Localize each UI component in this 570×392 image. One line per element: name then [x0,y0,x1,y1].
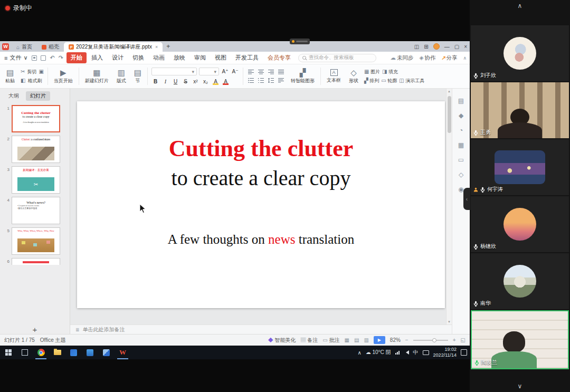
normal-view-icon[interactable]: ▦ [344,337,349,343]
tab-view[interactable]: 视图 [211,52,231,63]
shape-pane-icon[interactable]: ◇ [459,171,463,178]
participant-tile[interactable]: 王勇 [471,82,569,138]
slide-thumbnail-2[interactable]: 2 Clutter: a confused mass [0,134,70,165]
participants-scroll-up[interactable]: ∧ [470,0,570,12]
grow-font-button[interactable]: A⁺ [221,68,229,75]
fit-slide-button[interactable]: ◱ [461,337,466,343]
slide-thumbnail-1[interactable]: 1 Cutting the clutter to create a clear … [0,103,70,134]
outline-tab[interactable]: 大纲 [4,91,23,101]
new-slide-button[interactable]: ▦ 新建幻灯片 [83,66,111,87]
minimize-button[interactable]: — [444,44,450,50]
tab-document[interactable]: P 2022复旦美语新闻编译讲座.pptx × [64,42,163,52]
properties-pane-icon[interactable]: ▤ [458,97,464,104]
participant-tile[interactable]: 刘子欣 [471,25,569,81]
font-family-select[interactable]: ▾ [151,68,197,75]
share-button[interactable]: ↗分享 [442,54,458,62]
close-window-button[interactable]: × [464,44,467,50]
collaborate-button[interactable]: ◈协作 [420,54,436,62]
screen-share-indicator[interactable] [290,39,310,44]
slide-sorter-view-icon[interactable]: ▤ [354,337,359,343]
new-tab-button[interactable]: + [163,43,174,50]
underline-button[interactable]: U [172,78,179,85]
fill-button[interactable]: ◨ 填充 [382,69,398,75]
current-slide[interactable]: Cutting the clutter to create a clear co… [77,101,445,308]
reading-view-icon[interactable]: ▥ [364,337,368,343]
align-right-icon[interactable] [267,69,275,75]
scroll-up-icon[interactable]: ▲ [448,90,451,93]
outline-button[interactable]: ▭ 轮廓 [381,78,397,84]
tab-insert[interactable]: 插入 [87,52,107,63]
wps-logo-icon[interactable]: W [2,43,9,50]
tab-devtools[interactable]: 开发工具 [231,52,263,63]
italic-button[interactable]: I [162,78,169,85]
comment-pane-icon[interactable]: ▭ [458,156,464,164]
tab-home[interactable]: ⌂ 首页 [12,42,37,52]
sync-status[interactable]: ☁未同步 [391,54,414,62]
line-spacing-icon[interactable] [267,78,275,84]
taskbar-chrome[interactable] [33,346,49,359]
align-left-icon[interactable] [247,69,255,75]
slide-subtitle[interactable]: to create a clear copy [77,166,445,190]
font-color-button[interactable]: A [222,78,230,85]
slides-tab[interactable]: 幻灯片 [26,91,50,101]
add-slide-button[interactable]: + [33,326,37,333]
tab-review[interactable]: 审阅 [190,52,210,63]
participant-tile[interactable]: 杨镱欣 [471,196,569,252]
undo-icon[interactable]: ↶ [50,54,54,61]
clock[interactable]: 19:02 2022/11/14 [433,347,457,359]
maximize-button[interactable]: ▢ [454,44,459,50]
smart-beautify-button[interactable]: ◆ 智能美化 [268,337,296,344]
task-view-button[interactable] [16,346,33,359]
subscript-button[interactable]: x₂ [202,78,210,85]
presentation-tools-button[interactable]: ◫ 演示工具 [399,78,424,84]
notes-toggle[interactable]: ▤ 备注 [300,337,318,344]
slide-thumbnail-3[interactable]: 3 新闻编译：去芜存菁 ✂ [0,165,70,195]
slide-thumbnail-6[interactable]: 6 [0,256,70,266]
print-icon[interactable] [41,55,46,61]
zoom-out-button[interactable]: − [405,337,408,343]
format-painter-button[interactable]: ◧格式刷 [21,78,44,84]
textbox-button[interactable]: A 文本框 [325,66,343,87]
slide-thumbnail-4[interactable]: 4 What's news? •A report of recent event… [0,195,70,226]
slide-title[interactable]: Cutting the clutter [77,135,445,162]
tab-animation[interactable]: 动画 [149,52,169,63]
vertical-scrollbar[interactable]: ▲ ▼ [446,89,452,324]
tab-design[interactable]: 设计 [108,52,128,63]
comments-toggle[interactable]: ▭ 批注 [322,337,339,344]
network-icon[interactable] [395,351,400,355]
apps-grid-icon[interactable]: ⊞ [424,44,428,50]
zoom-level[interactable]: 82% [390,337,401,343]
taskbar-app-3[interactable] [98,346,115,359]
numbered-list-icon[interactable] [257,78,265,84]
tab-start[interactable]: 开始 [66,52,87,63]
align-center-icon[interactable] [257,69,265,75]
collapse-ribbon-icon[interactable]: ∧ [463,55,467,61]
close-tab-icon[interactable]: × [155,44,158,50]
taskbar-wps[interactable]: W [115,346,131,359]
slideshow-play-button[interactable]: ▶ [374,336,385,344]
volume-icon[interactable] [404,350,409,355]
design-pane-icon[interactable]: ▦ [458,141,464,149]
cut-button[interactable]: ✂剪切▣ [21,69,44,75]
slide-thumbnail-5[interactable]: 5 Who, What, When, Where, Why, How [0,226,70,256]
slide-canvas[interactable]: Cutting the clutter to create a clear co… [70,89,452,324]
picture-button[interactable]: ▦ 图片 [364,69,380,75]
weather-widget[interactable]: ☁ 10°C 阴 [366,349,391,356]
layout-button[interactable]: ▥ 版式 [115,66,128,87]
taskbar-app-1[interactable] [65,346,82,359]
account-avatar[interactable] [433,43,440,50]
superscript-button[interactable]: x² [192,78,200,85]
zoom-in-button[interactable]: + [453,337,456,343]
ime-indicator[interactable]: 中 [413,349,419,356]
theme-name[interactable]: Office 主题 [40,337,66,344]
shapes-button[interactable]: ◇ 形状 [347,66,360,87]
beautify-pane-icon[interactable]: ◆ [459,112,463,119]
tab-membership[interactable]: 会员专享 [263,52,295,63]
animation-pane-icon[interactable]: ◔ [459,127,463,134]
tab-transition[interactable]: 切换 [128,52,148,63]
notes-bar[interactable]: ≣ 单击此处添加备注 [70,324,452,334]
bullet-list-icon[interactable] [247,78,255,84]
justify-icon[interactable] [277,69,285,75]
start-button[interactable] [0,346,16,359]
distribute-icon[interactable] [277,78,285,84]
